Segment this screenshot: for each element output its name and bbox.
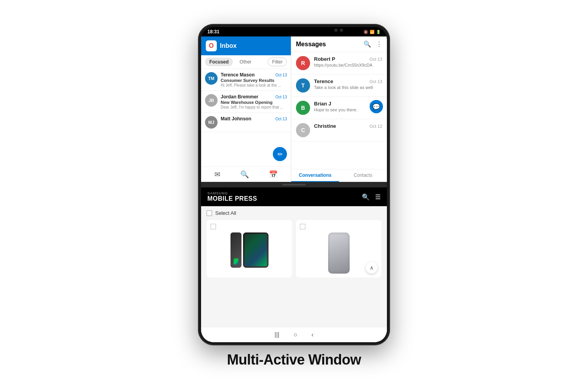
nav-bar: ||| ○ ‹ bbox=[201, 327, 387, 342]
email-item[interactable]: MJ Matt Johnson Oct 13 bbox=[201, 113, 291, 132]
msg-sender-row: Christine Oct 12 bbox=[314, 123, 382, 129]
tab-other[interactable]: Other bbox=[235, 58, 256, 66]
msg-fab[interactable]: 💬 bbox=[370, 100, 383, 113]
message-item[interactable]: T Terence Oct 13 Take a look at this sli… bbox=[291, 74, 387, 97]
msg-date: Oct 13 bbox=[370, 79, 382, 84]
email-preview: Dear Jeff, I'm happy to report that ... bbox=[221, 105, 287, 109]
signal-icon: 📶 bbox=[370, 30, 374, 34]
camera-dot-1 bbox=[334, 29, 338, 32]
hinge-bar bbox=[282, 184, 306, 185]
msg-more-icon[interactable]: ⋮ bbox=[376, 40, 382, 48]
email-item[interactable]: TM Terence Mason Oct 13 Consumer Survey … bbox=[201, 69, 291, 91]
email-footer-wrapper: ✉ 🔍 📅 ✏ bbox=[201, 167, 291, 182]
msg-date: Oct 13 bbox=[370, 57, 382, 62]
select-all-checkbox[interactable] bbox=[207, 211, 212, 216]
recent-apps-button[interactable]: ||| bbox=[274, 331, 279, 338]
mp-header-icons: 🔍 ☰ bbox=[362, 193, 381, 201]
back-button[interactable]: ‹ bbox=[311, 331, 313, 338]
msg-date: Oct 12 bbox=[370, 124, 382, 129]
status-time: 18:31 bbox=[207, 29, 220, 34]
mp-brand: SAMSUNG bbox=[207, 191, 362, 195]
msg-sender: Brian J bbox=[314, 101, 331, 107]
email-title: Inbox bbox=[220, 42, 237, 49]
msg-sender-row: Terence Oct 13 bbox=[314, 78, 382, 84]
email-panel: O Inbox Focused Other Filter TM bbox=[201, 36, 291, 182]
fold-open-panel bbox=[243, 232, 269, 268]
scroll-up-button[interactable]: ∧ bbox=[366, 262, 377, 274]
email-item[interactable]: JB Jordan Bremmer Oct 13 New Warehouse O… bbox=[201, 91, 291, 113]
calendar-icon[interactable]: 📅 bbox=[269, 170, 278, 179]
messages-panel: Messages 🔍 ⋮ R Robert P bbox=[291, 36, 387, 182]
msg-sender: Christine bbox=[314, 123, 336, 129]
message-item[interactable]: C Christine Oct 12 bbox=[291, 119, 387, 142]
email-tabs: Focused Other Filter bbox=[201, 55, 291, 69]
email-sender: Jordan Bremmer bbox=[221, 94, 258, 100]
card-image-1 bbox=[211, 232, 288, 268]
home-button[interactable]: ○ bbox=[294, 331, 298, 338]
msg-header-icons: 🔍 ⋮ bbox=[363, 40, 382, 48]
mp-select-all: Select All bbox=[207, 210, 381, 216]
msg-sender-row: Robert P Oct 13 bbox=[314, 56, 382, 62]
message-item[interactable]: R Robert P Oct 13 https://youtu.be/CmS5r… bbox=[291, 52, 387, 74]
msg-search-icon[interactable]: 🔍 bbox=[363, 40, 371, 48]
email-content: Terence Mason Oct 13 Consumer Survey Res… bbox=[221, 72, 287, 87]
mobile-press: SAMSUNG MOBILE PRESS 🔍 ☰ Select All bbox=[201, 187, 387, 342]
mp-header: SAMSUNG MOBILE PRESS 🔍 ☰ bbox=[201, 187, 387, 206]
camera-dot-2 bbox=[340, 29, 343, 32]
select-all-label: Select All bbox=[215, 210, 236, 216]
search-icon[interactable]: 🔍 bbox=[240, 170, 249, 179]
email-header: O Inbox bbox=[201, 36, 291, 55]
email-subject: New Warehouse Opening bbox=[221, 100, 287, 105]
email-sender: Terence Mason bbox=[221, 72, 254, 78]
message-item[interactable]: B Brian J Oct 12 Hope to see you there. … bbox=[291, 97, 387, 119]
email-subject: Consumer Survey Results bbox=[221, 78, 287, 83]
galaxy-s10-illustration bbox=[328, 232, 350, 274]
msg-content: Terence Oct 13 Take a look at this slide… bbox=[314, 78, 382, 90]
email-date: Oct 13 bbox=[276, 73, 287, 77]
email-sender-row: Matt Johnson Oct 13 bbox=[221, 116, 287, 122]
mp-card[interactable]: ∧ bbox=[296, 220, 381, 278]
battery-icon: 🔋 bbox=[376, 30, 381, 34]
page-title: Multi-Active Window bbox=[227, 352, 361, 368]
mp-product-grid: ∧ bbox=[207, 220, 381, 278]
s10-screen bbox=[330, 234, 348, 272]
email-content: Matt Johnson Oct 13 bbox=[221, 116, 287, 122]
phone-device: 18:31 🔇 📶 🔋 O Inbox Focused bbox=[198, 24, 390, 345]
mp-card[interactable] bbox=[207, 220, 292, 278]
office-icon: O bbox=[206, 40, 217, 51]
avatar: JB bbox=[205, 94, 218, 107]
email-date: Oct 13 bbox=[276, 117, 287, 121]
galaxy-fold-illustration bbox=[230, 232, 269, 268]
email-sender-row: Jordan Bremmer Oct 13 bbox=[221, 94, 287, 100]
avatar: B bbox=[296, 101, 310, 115]
avatar: T bbox=[296, 78, 310, 93]
mail-icon[interactable]: ✉ bbox=[214, 170, 220, 179]
avatar: C bbox=[296, 123, 310, 137]
msg-content: Robert P Oct 13 https://youtu.be/CmS5riX… bbox=[314, 56, 382, 67]
fold-screen bbox=[245, 234, 267, 266]
card-checkbox-2[interactable] bbox=[300, 224, 305, 229]
msg-content: Christine Oct 12 bbox=[314, 123, 382, 129]
mp-title: MOBILE PRESS bbox=[207, 195, 362, 202]
tab-contacts[interactable]: Contacts bbox=[339, 169, 387, 182]
card-checkbox-1[interactable] bbox=[211, 224, 216, 229]
mp-menu-icon[interactable]: ☰ bbox=[375, 193, 381, 201]
phone-bottom-half: SAMSUNG MOBILE PRESS 🔍 ☰ Select All bbox=[201, 187, 387, 342]
tab-focused[interactable]: Focused bbox=[205, 58, 233, 66]
messages-footer-tabs: Conversations Contacts bbox=[291, 169, 387, 182]
mute-icon: 🔇 bbox=[363, 30, 368, 34]
mp-content: Select All bbox=[201, 206, 387, 327]
msg-preview: https://youtu.be/CmS5riX9cDA bbox=[314, 63, 382, 67]
mp-search-icon[interactable]: 🔍 bbox=[362, 193, 370, 201]
tab-conversations[interactable]: Conversations bbox=[291, 169, 339, 182]
avatar: TM bbox=[205, 72, 218, 85]
tab-filter[interactable]: Filter bbox=[268, 58, 287, 66]
msg-sender: Robert P bbox=[314, 56, 335, 62]
phone-top-half: 18:31 🔇 📶 🔋 O Inbox Focused bbox=[201, 27, 387, 182]
compose-button[interactable]: ✏ bbox=[273, 147, 287, 161]
email-footer: ✉ 🔍 📅 bbox=[201, 167, 291, 182]
email-content: Jordan Bremmer Oct 13 New Warehouse Open… bbox=[221, 94, 287, 109]
msg-sender: Terence bbox=[314, 78, 333, 84]
status-icons: 🔇 📶 🔋 bbox=[363, 30, 381, 34]
status-bar: 18:31 🔇 📶 🔋 bbox=[201, 27, 387, 36]
